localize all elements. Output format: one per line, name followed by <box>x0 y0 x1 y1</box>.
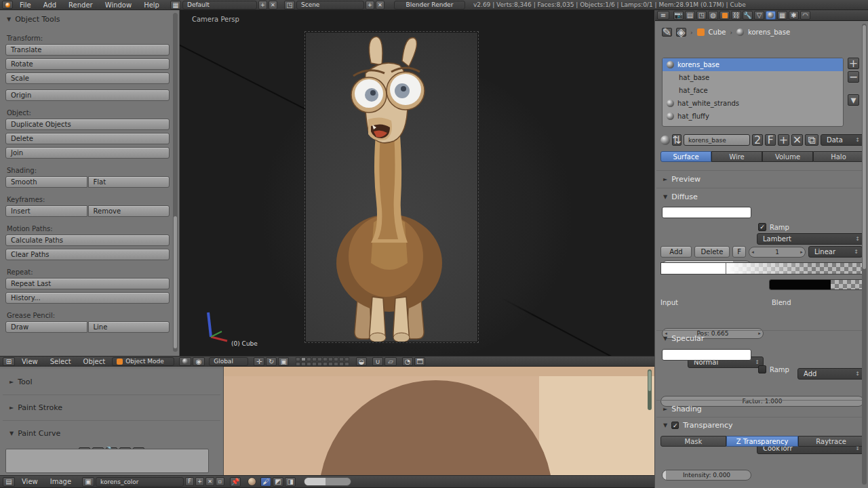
tab-surface[interactable]: Surface <box>660 151 711 162</box>
viewport-shading-select-icon[interactable] <box>179 357 191 366</box>
tab-halo[interactable]: Halo <box>813 151 864 162</box>
color-ramp-gradient[interactable] <box>660 262 864 274</box>
tab-mask[interactable]: Mask <box>660 436 726 447</box>
properties-editor-type-icon[interactable]: ≡ <box>657 11 669 20</box>
material-link-select[interactable]: Data <box>821 134 864 146</box>
diffuse-color-swatch[interactable] <box>662 207 751 218</box>
image-editor-canvas[interactable] <box>224 367 654 475</box>
slot-remove-button[interactable]: − <box>848 71 859 83</box>
menu-help[interactable]: Help <box>138 1 165 9</box>
material-slot-row[interactable]: hat_base <box>663 71 843 84</box>
llama-model[interactable] <box>306 33 477 342</box>
diffuse-panel-header[interactable]: ▼Diffuse <box>663 192 698 201</box>
mask-mode-icon[interactable]: ◩ <box>273 477 283 487</box>
scene-delete-button[interactable]: ✕ <box>376 1 384 9</box>
repeat-last-button[interactable]: Repeat Last <box>5 278 170 289</box>
grease-draw-button[interactable]: Draw <box>5 321 87 333</box>
image-browse-icon[interactable]: ▣ <box>82 477 94 487</box>
canvas-scrollbar-thumb[interactable] <box>648 371 651 391</box>
screen-layout-field[interactable]: Default <box>182 1 257 9</box>
shading-panel-header[interactable]: ►Shading <box>663 405 702 413</box>
join-button[interactable]: Join <box>5 147 170 159</box>
calculate-paths-button[interactable]: Calculate Paths <box>5 235 170 246</box>
keyframe-insert-button[interactable]: Insert <box>5 205 87 217</box>
material-slot-row[interactable]: hat_fluffy <box>663 110 843 123</box>
tool-panel-header[interactable]: ► Tool <box>9 378 223 386</box>
slot-specials-button[interactable]: ▾ <box>848 94 859 106</box>
properties-scrollbar-thumb[interactable] <box>863 25 866 269</box>
viewport-menu-view[interactable]: View <box>16 357 43 366</box>
material-add-button[interactable]: + <box>778 134 789 146</box>
image-pin-icon[interactable]: 📌 <box>230 477 241 487</box>
breadcrumb-pin-icon[interactable]: ✎ <box>662 28 672 37</box>
specular-ramp-toggle[interactable]: Ramp <box>758 365 789 373</box>
screen-layout-add-button[interactable]: + <box>258 1 267 9</box>
tab-ztransparency[interactable]: Z Transparency <box>726 436 798 447</box>
menu-render[interactable]: Render <box>63 1 98 9</box>
grease-line-button[interactable]: Line <box>88 321 170 333</box>
image-menu-view[interactable]: View <box>16 477 43 486</box>
tab-wire[interactable]: Wire <box>711 151 762 162</box>
shade-flat-button[interactable]: Flat <box>88 176 170 188</box>
ramp-fake-button[interactable]: F <box>732 246 746 258</box>
breadcrumb-material-name[interactable]: korens_base <box>748 28 790 36</box>
menu-file[interactable]: File <box>14 1 37 9</box>
viewport-menu-object[interactable]: Object <box>78 357 111 366</box>
material-slot-row[interactable]: hat_white_strands <box>663 97 843 110</box>
tab-world-icon[interactable]: ◍ <box>708 11 718 20</box>
menu-add[interactable]: Add <box>38 1 62 9</box>
render-engine-select[interactable]: Blender Render <box>394 1 465 9</box>
specular-panel-header[interactable]: ▼Specular <box>663 334 704 343</box>
material-users-button[interactable]: 2 <box>752 134 763 146</box>
screen-layout-delete-button[interactable]: ✕ <box>269 1 277 9</box>
menu-window[interactable]: Window <box>100 1 137 9</box>
transparency-panel-header[interactable]: ▼ ✓ Transparency <box>663 421 733 430</box>
clear-paths-button[interactable]: Clear Paths <box>5 249 170 260</box>
camera-frame[interactable] <box>305 32 478 342</box>
image-add-button[interactable]: + <box>195 477 204 486</box>
viewport-3d[interactable]: Camera Persp (0) Cube <box>180 10 654 356</box>
canvas-vertical-scrollbar[interactable] <box>648 369 652 410</box>
duplicate-objects-button[interactable]: Duplicate Objects <box>5 119 170 130</box>
tab-particles-icon[interactable]: ✱ <box>789 11 799 20</box>
tab-material-icon-active[interactable] <box>766 11 776 20</box>
manipulator-rotate-icon[interactable]: ↻ <box>266 357 277 366</box>
image-pack-button[interactable]: ▫ <box>216 477 224 486</box>
scale-button[interactable]: Scale <box>5 73 170 84</box>
layers-widget[interactable] <box>296 357 349 366</box>
image-editor-type-icon[interactable]: ▤ <box>3 477 15 487</box>
lock-to-scene-icon[interactable]: ◒ <box>356 357 367 366</box>
tab-texture-icon[interactable]: ▦ <box>777 11 787 20</box>
paint-curve-widget[interactable] <box>5 449 209 473</box>
preview-panel-header[interactable]: ►Preview <box>663 175 701 184</box>
editor-type-select-icon[interactable]: ⊞ <box>3 357 15 366</box>
paint-curve-panel-header[interactable]: ▼ Paint Curve <box>9 429 223 438</box>
material-browse-icon[interactable]: ⇅ <box>672 134 682 146</box>
material-unlink-button[interactable]: ✕ <box>791 134 803 146</box>
manipulator-scale-icon[interactable]: ▣ <box>278 357 289 366</box>
paint-stroke-panel-header[interactable]: ► Paint Stroke <box>9 403 223 412</box>
rotate-button[interactable]: Rotate <box>5 58 170 70</box>
material-nodes-button[interactable]: ⧉ <box>805 134 818 146</box>
tab-render-icon[interactable]: 📷 <box>673 11 684 20</box>
image-unlink-button[interactable]: ✕ <box>205 477 214 486</box>
slot-add-button[interactable]: + <box>848 58 859 69</box>
viewport-menu-select[interactable]: Select <box>45 357 77 366</box>
transform-orientation-select[interactable]: Global <box>209 357 248 366</box>
ramp-index-stepper[interactable]: ◂ 1 ▸ <box>749 247 806 258</box>
specular-intensity-slider[interactable]: Intensity: 0.000 <box>662 470 751 481</box>
image-name-field[interactable]: korens_color <box>96 477 184 487</box>
image-menu-image[interactable]: Image <box>45 477 77 486</box>
ramp-add-button[interactable]: Add <box>660 246 692 258</box>
pivot-point-select-icon[interactable]: ◉ <box>193 357 205 366</box>
paint-color-swatch[interactable] <box>248 477 256 486</box>
mode-select[interactable]: Object Mode <box>112 357 174 366</box>
ramp-blend-select[interactable]: Add <box>797 368 864 380</box>
scene-browse-icon[interactable]: ◳ <box>284 1 295 9</box>
specular-color-swatch[interactable] <box>662 349 751 361</box>
ramp-interpolation-select[interactable]: Linear <box>808 246 863 258</box>
blender-logo-icon[interactable] <box>2 1 13 9</box>
display-channels-icon[interactable]: ◨ <box>285 477 296 487</box>
tool-shelf-scrollbar-thumb[interactable] <box>174 216 177 348</box>
breadcrumb-object-name[interactable]: Cube <box>709 28 726 36</box>
